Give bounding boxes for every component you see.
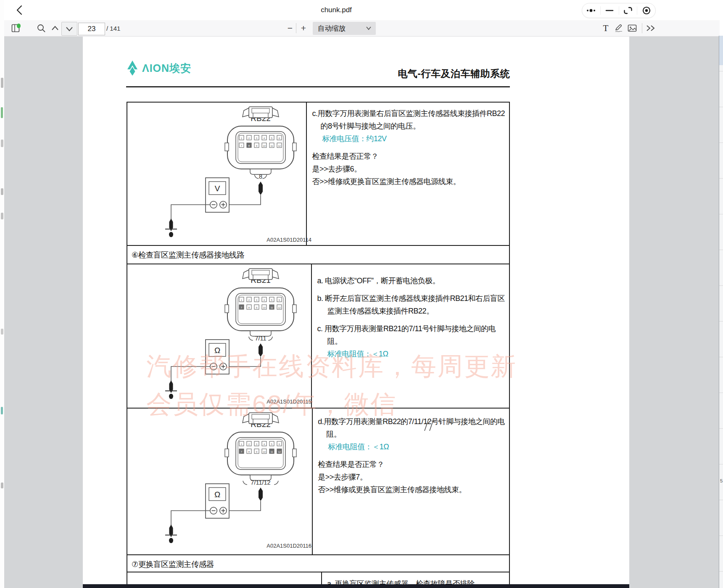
minimize-icon [605, 7, 614, 14]
text-line: 标准电压值：约12V [322, 132, 505, 145]
aion-logo-text: ΛION埃安 [142, 61, 191, 75]
text-line: 标准电阻值：＜1Ω [328, 440, 505, 453]
sidebar-toggle-button[interactable] [9, 22, 22, 34]
pin-number-label: 7/11/12 [251, 479, 270, 486]
sliver-mark [1, 407, 3, 414]
meter-symbol: Ω [214, 346, 220, 355]
instruction-cell: c.用数字万用表测量右后盲区监测主传感器线束接插件RB22的8号针脚与接地之间的… [307, 103, 509, 245]
svg-text:11: 11 [270, 145, 273, 147]
text-line: a. 电源状态“OFF”，断开蓄电池负极。 [317, 274, 505, 287]
pin-number-label: 7/11 [255, 335, 266, 342]
zoom-mode-label: 自动缩放 [318, 24, 346, 33]
diagram-cell: RB21 123456789101112 7/11 Ω A02A1S01D201… [127, 264, 312, 408]
sliver-mark [1, 329, 3, 335]
window-title: chunk.pdf [298, 6, 374, 14]
header-rule [126, 86, 510, 87]
pdf-viewer-window: chunk.pdf [4, 0, 720, 588]
document-viewer[interactable]: ΛION埃安 电气-行车及泊车辅助系统 RB22 123456789101112… [4, 37, 720, 588]
toolbar: / 141 − + 自动缩放 T [4, 20, 720, 37]
measurement-diagram: RB22 123456789101112 8 V A02A1S01D20114 [127, 103, 321, 244]
toolbar-divider [296, 23, 296, 33]
close-record-button[interactable] [637, 6, 655, 15]
page-total-label: / 141 [106, 25, 120, 32]
figure-caption: A02A1S01D20114 [267, 237, 311, 243]
text-line: 是>>去步骤6。 [312, 163, 505, 175]
figure-caption: A02A1S01D20116 [267, 543, 311, 549]
titlebar: chunk.pdf [4, 0, 720, 20]
figure-caption: A02A1S01D20115 [267, 398, 311, 405]
instruction-cell: d.用数字万用表测量RB22的7/11/12号针脚与接地之间的电阻。标准电阻值：… [313, 409, 509, 554]
previous-page-button[interactable] [50, 22, 61, 34]
svg-text:11: 11 [270, 306, 273, 309]
section-title: ⑥检查盲区监测主传感器接地线路 [127, 246, 244, 264]
measurement-diagram: RB22 123456789101112 7/11/12 Ω A02A1S01D… [127, 409, 321, 550]
text-line: 监测主传感器线束接插件RB22。 [327, 305, 505, 317]
svg-text:10: 10 [263, 306, 266, 309]
sliver-mark [1, 483, 3, 488]
page-number-input[interactable] [78, 23, 105, 35]
back-button[interactable] [14, 5, 25, 16]
meter-symbol: Ω [214, 490, 220, 499]
zoom-in-button[interactable]: + [298, 22, 309, 34]
svg-text:11: 11 [270, 451, 273, 453]
diagram-cell: RB22 123456789101112 7/11/12 Ω A02A1S01D… [127, 409, 313, 554]
more-dots-icon [585, 7, 597, 14]
right-sliver-highlight [719, 36, 723, 65]
svg-text:12: 12 [278, 451, 281, 453]
diagram-cell: RB22 123456789101112 8 V A02A1S01D20114 [127, 103, 307, 245]
chevron-down-icon [366, 26, 372, 30]
more-options-button[interactable] [582, 6, 600, 15]
background-window-right-sliver [719, 36, 723, 588]
aion-emblem-icon [126, 61, 139, 76]
section-title: ⑦更换盲区监测主传感器 [127, 555, 214, 572]
search-button[interactable] [35, 22, 47, 34]
next-page-button[interactable] [61, 22, 77, 36]
notification-dot [17, 24, 21, 28]
minimize-button[interactable] [601, 6, 619, 15]
svg-text:12: 12 [278, 306, 281, 309]
document-section-title: 电气-行车及泊车辅助系统 [398, 67, 510, 80]
svg-text:10: 10 [263, 145, 266, 147]
zoom-mode-select[interactable]: 自动缩放 [313, 22, 376, 35]
procedure-table: RB22 123456789101112 8 V A02A1S01D20114 [127, 102, 510, 588]
text-line: 阻。 [326, 428, 505, 440]
measurement-diagram: RB21 123456789101112 7/11 Ω A02A1S01D201… [127, 264, 321, 406]
chevron-down-icon [66, 26, 73, 32]
more-tools-button[interactable] [644, 22, 657, 34]
sliver-mark [1, 213, 3, 219]
svg-text:12: 12 [278, 145, 281, 147]
zoom-out-button[interactable]: − [285, 22, 295, 34]
target-circle-icon [642, 6, 651, 15]
pencil-icon [614, 24, 623, 33]
text-line: 否>>维修或更换盲区监测主传感器接地线束。 [318, 483, 505, 496]
window-controls-capsule [582, 3, 656, 18]
table-row: RB22 123456789101112 7/11/12 Ω A02A1S01D… [127, 409, 509, 555]
toolbar-divider [642, 23, 642, 33]
back-chevron-icon [14, 5, 25, 16]
sliver-mark [1, 107, 3, 118]
text-line: 检查结果是否正常？ [318, 458, 505, 471]
text-line: 阻。 [327, 335, 505, 348]
text-line: d.用数字万用表测量RB22的7/11/12号针脚与接地之间的电 [318, 415, 505, 428]
svg-text:10: 10 [263, 451, 266, 453]
sliver-mark [1, 78, 3, 88]
text-line: 标准电阻值：＜1Ω [327, 348, 505, 360]
text-line: 否>>维修或更换盲区监测主传感器电源线束。 [312, 175, 505, 188]
text-line: 检查结果是否正常？ [312, 150, 505, 163]
aion-logo: ΛION埃安 [126, 61, 191, 76]
text-line: 是>>去步骤7。 [318, 471, 505, 483]
text-line: b. 断开左后盲区监测主传感器线束接插件RB21和右后盲区 [317, 292, 505, 305]
image-tool-button[interactable] [626, 22, 638, 34]
double-chevron-right-icon [646, 25, 656, 32]
float-window-icon [623, 6, 633, 15]
table-row-section-header: ⑥检查盲区监测主传感器接地线路 [127, 246, 509, 264]
pin-number-label: 8 [259, 173, 262, 180]
annotate-tool-button[interactable] [613, 22, 625, 34]
table-row: RB21 123456789101112 7/11 Ω A02A1S01D201… [127, 264, 509, 409]
text-tool-button[interactable]: T [600, 22, 611, 34]
meter-symbol: V [215, 184, 220, 193]
text-line: 的8号针脚与接地之间的电压。 [320, 120, 505, 132]
page-bottom-dark-bar [83, 584, 629, 588]
float-window-button[interactable] [619, 6, 637, 15]
screen: chunk.pdf [0, 0, 723, 588]
